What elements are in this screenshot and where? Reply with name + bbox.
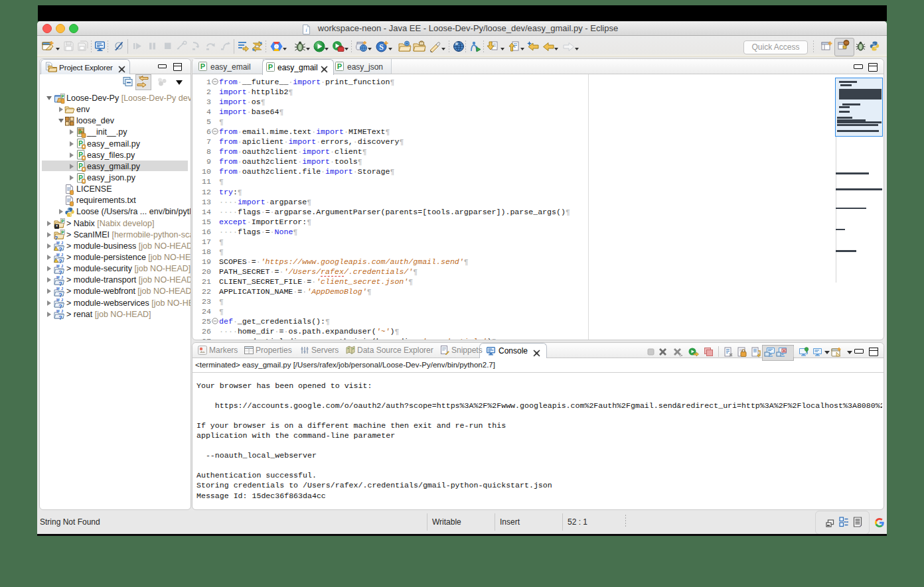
svg-text:?: ? — [58, 281, 62, 286]
svg-text:?: ? — [58, 269, 62, 275]
svg-text:P: P — [200, 62, 205, 70]
svg-text:J: J — [61, 241, 63, 245]
svg-text:J: J — [61, 298, 63, 302]
svg-text:M: M — [56, 264, 60, 268]
svg-text:M: M — [56, 298, 60, 302]
svg-text:J: J — [61, 309, 63, 313]
svg-text:?: ? — [58, 303, 62, 308]
svg-text:J: J — [61, 264, 63, 268]
svg-text:P: P — [79, 129, 82, 134]
svg-text:P: P — [268, 63, 273, 71]
svg-text:J: J — [61, 253, 63, 257]
svg-text:J: J — [61, 275, 63, 279]
svg-text:J: J — [61, 287, 63, 291]
svg-text:?: ? — [58, 246, 62, 251]
svg-text:M: M — [56, 253, 60, 257]
svg-text:*: * — [56, 224, 58, 229]
svg-text:P: P — [61, 230, 64, 235]
svg-text:S: S — [379, 42, 384, 52]
svg-text:?: ? — [54, 235, 58, 240]
svg-text:M: M — [56, 309, 60, 313]
svg-text:M: M — [56, 241, 60, 245]
svg-text:P: P — [61, 219, 64, 224]
svg-text:P: P — [337, 62, 342, 70]
svg-text:?: ? — [58, 314, 62, 320]
svg-text:M: M — [56, 275, 60, 279]
svg-text:P: P — [61, 94, 64, 98]
svg-text:M: M — [56, 287, 60, 291]
svg-text:?: ? — [58, 292, 62, 297]
svg-text:?: ? — [58, 258, 62, 263]
